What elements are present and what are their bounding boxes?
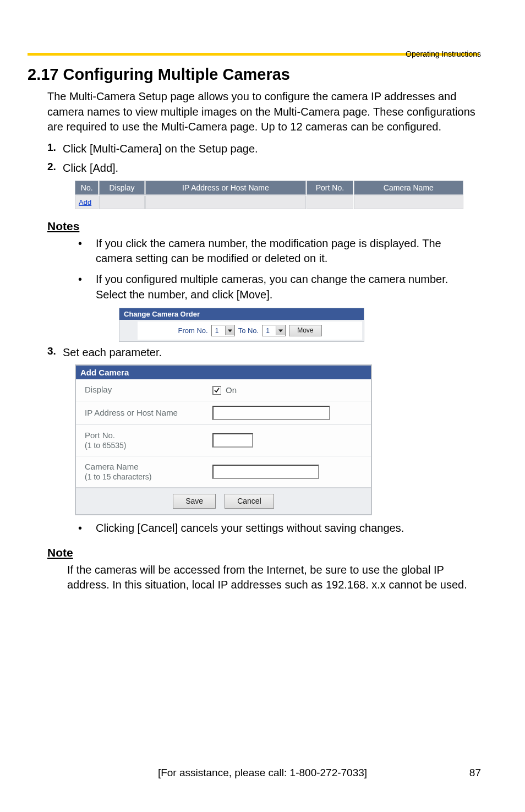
from-no-label: From No. (178, 326, 207, 335)
th-display: Display (99, 181, 144, 195)
intro-paragraph: The Multi-Camera Setup page allows you t… (47, 89, 481, 135)
cancel-note-list: Clicking [Cancel] cancels your settings … (78, 521, 480, 536)
panel-title: Change Camera Order (119, 308, 364, 320)
add-camera-panel: Add Camera Display On IP Address or Host… (75, 364, 372, 515)
display-label: Display (76, 379, 207, 401)
note-heading: Note (47, 546, 481, 559)
step-number: 2. (47, 161, 63, 173)
list-item: If you click the camera number, the modi… (78, 236, 480, 266)
chevron-down-icon (225, 326, 234, 335)
camera-name-input[interactable] (212, 465, 319, 479)
table-row: Add (75, 195, 463, 209)
th-ip: IP Address or Host Name (145, 181, 307, 195)
display-checkbox[interactable] (212, 386, 221, 395)
from-no-value: 1 (215, 327, 224, 335)
table-cell (354, 195, 463, 209)
panel-title: Add Camera (76, 366, 371, 379)
table-cell (307, 195, 353, 209)
to-no-value: 1 (266, 327, 275, 335)
step-number: 1. (47, 141, 63, 154)
row-ip: IP Address or Host Name (76, 401, 371, 425)
step-item: 1. Click [Multi-Camera] on the Setup pag… (47, 141, 481, 156)
cancel-button[interactable]: Cancel (225, 494, 274, 509)
name-sublabel: (1 to 15 characters) (85, 472, 198, 482)
row-name: Camera Name (1 to 15 characters) (76, 456, 371, 487)
port-label: Port No. (1 to 65535) (76, 425, 207, 456)
port-sublabel: (1 to 65535) (85, 441, 198, 451)
note-body: If the cameras will be accessed from the… (67, 563, 481, 593)
row-port: Port No. (1 to 65535) (76, 425, 371, 456)
step-text: Click [Add]. (63, 161, 118, 176)
page-number: 87 (469, 767, 481, 779)
th-name: Camera Name (354, 181, 463, 195)
notes-list: If you click the camera number, the modi… (78, 236, 480, 302)
step-item: 2. Click [Add]. (47, 161, 481, 176)
camera-list-table: No. Display IP Address or Host Name Port… (74, 180, 464, 210)
chevron-down-icon (276, 326, 285, 335)
ip-label: IP Address or Host Name (76, 402, 207, 424)
step-number: 3. (47, 345, 63, 357)
table-cell (145, 195, 307, 209)
to-no-label: To No. (238, 326, 259, 335)
change-order-panel: Change Camera Order From No. 1 To No. 1 (119, 308, 364, 342)
port-input[interactable] (212, 433, 253, 448)
list-item: Clicking [Cancel] cancels your settings … (78, 521, 480, 536)
th-no: No. (75, 181, 99, 195)
move-button[interactable]: Move (289, 325, 321, 336)
header-running-title: Operating Instructions (406, 50, 481, 58)
page: Operating Instructions 2.17 Configuring … (0, 0, 525, 812)
table-cell (99, 195, 144, 209)
row-display: Display On (76, 379, 371, 401)
name-label: Camera Name (1 to 15 characters) (76, 456, 207, 487)
steps-list-continued: 3. Set each parameter. (47, 345, 481, 360)
add-link[interactable]: Add (75, 195, 99, 209)
steps-list: 1. Click [Multi-Camera] on the Setup pag… (47, 141, 481, 176)
footer-assist: [For assistance, please call: 1-800-272-… (0, 767, 525, 779)
notes-heading: Notes (47, 220, 481, 233)
display-on-label: On (226, 385, 237, 395)
th-port: Port No. (307, 181, 353, 195)
panel-gutter (121, 321, 138, 340)
step-text: Click [Multi-Camera] on the Setup page. (63, 141, 258, 156)
ip-input[interactable] (212, 406, 330, 420)
list-item: If you configured multiple cameras, you … (78, 272, 480, 302)
to-no-select[interactable]: 1 (262, 325, 286, 336)
from-no-select[interactable]: 1 (211, 325, 235, 336)
section-heading: 2.17 Configuring Multiple Cameras (28, 66, 481, 84)
table-header-row: No. Display IP Address or Host Name Port… (75, 181, 463, 195)
step-text: Set each parameter. (63, 345, 162, 360)
step-item: 3. Set each parameter. (47, 345, 481, 360)
save-button[interactable]: Save (173, 494, 216, 509)
